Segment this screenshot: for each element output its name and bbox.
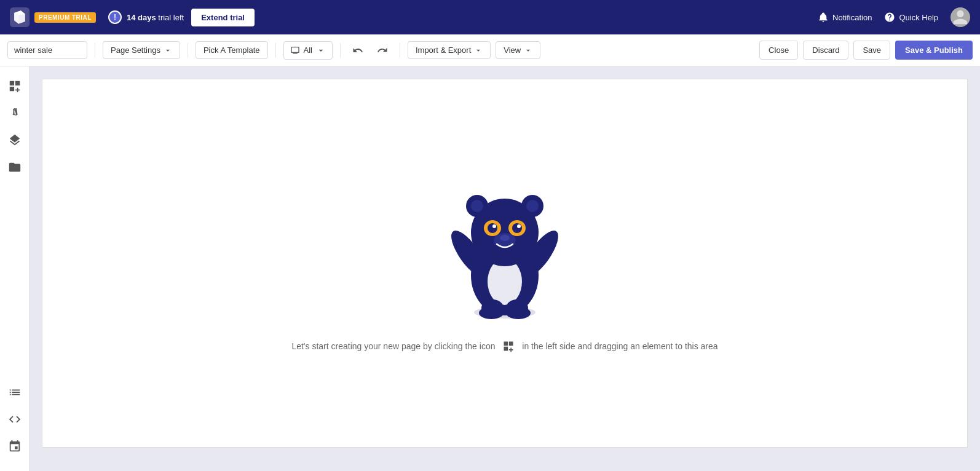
- save-button[interactable]: Save: [853, 41, 890, 60]
- layers-icon: [8, 133, 22, 147]
- sidebar-item-layers[interactable]: [2, 128, 27, 152]
- close-button[interactable]: Close: [759, 41, 798, 60]
- import-export-button[interactable]: Import & Export: [408, 41, 491, 59]
- grid-plus-icon: [8, 79, 22, 93]
- undo-icon: [352, 45, 363, 56]
- hint-add-icon: [502, 340, 515, 352]
- left-sidebar: [0, 66, 30, 471]
- trial-info-icon: !: [108, 10, 122, 24]
- save-publish-button[interactable]: Save & Publish: [895, 41, 973, 60]
- trial-info: ! 14 days trial left: [108, 10, 184, 24]
- sidebar-item-shopify[interactable]: [2, 101, 27, 125]
- undo-button[interactable]: [348, 41, 368, 60]
- chevron-down-icon: [164, 46, 172, 55]
- chevron-down-icon-view: [524, 46, 532, 55]
- svg-point-15: [512, 223, 522, 233]
- page-canvas[interactable]: Let's start creating your new page by cl…: [42, 79, 968, 448]
- svg-point-19: [500, 235, 510, 241]
- premium-badge: PREMIUM TRIAL: [34, 12, 96, 23]
- separator-4: [340, 43, 341, 58]
- svg-point-16: [492, 224, 496, 228]
- canvas-empty-state: Let's start creating your new page by cl…: [267, 149, 742, 377]
- page-settings-button[interactable]: Page Settings: [103, 41, 180, 59]
- sidebar-item-navigator[interactable]: [2, 380, 27, 405]
- chevron-down-icon-import: [474, 46, 483, 55]
- extend-trial-button[interactable]: Extend trial: [191, 9, 255, 26]
- sidebar-item-add-elements[interactable]: [2, 74, 27, 98]
- svg-point-25: [506, 307, 531, 319]
- view-button[interactable]: View: [496, 41, 540, 59]
- bell-icon: [818, 12, 829, 23]
- sidebar-item-code[interactable]: [2, 407, 27, 432]
- sitemap-icon: [8, 440, 22, 453]
- logo-area: PREMIUM TRIAL: [10, 7, 96, 27]
- device-selector[interactable]: All: [283, 41, 333, 60]
- bear-svg: [443, 174, 566, 322]
- pagefly-logo-icon: [10, 7, 30, 27]
- page-name-input[interactable]: [7, 41, 87, 59]
- bear-mascot: [443, 174, 566, 328]
- code-icon: [8, 413, 22, 426]
- discard-button[interactable]: Discard: [803, 41, 848, 60]
- svg-point-11: [526, 200, 539, 212]
- sidebar-item-sitemap[interactable]: [2, 434, 27, 459]
- shopify-icon: [8, 106, 22, 120]
- nav-right: Notification Quick Help: [818, 7, 970, 27]
- main-area: Let's start creating your new page by cl…: [0, 66, 980, 471]
- svg-point-14: [488, 223, 497, 233]
- separator-3: [275, 43, 276, 58]
- separator-1: [95, 43, 95, 58]
- separator-2: [188, 43, 188, 58]
- separator-5: [400, 43, 400, 58]
- help-icon: [884, 12, 895, 23]
- avatar-icon: [952, 9, 969, 26]
- sidebar-bottom: [2, 380, 27, 464]
- toolbar: Page Settings Pick A Template All Import…: [0, 34, 980, 66]
- quick-help-button[interactable]: Quick Help: [884, 12, 938, 23]
- notification-button[interactable]: Notification: [818, 12, 872, 23]
- chevron-down-icon-device: [316, 46, 326, 55]
- canvas-hint-text: Let's start creating your new page by cl…: [291, 340, 717, 352]
- user-avatar[interactable]: [950, 7, 970, 27]
- canvas-wrapper: Let's start creating your new page by cl…: [30, 66, 980, 471]
- redo-button[interactable]: [373, 41, 392, 60]
- redo-icon: [377, 45, 388, 56]
- pick-template-button[interactable]: Pick A Template: [196, 41, 268, 59]
- top-navigation: PREMIUM TRIAL ! 14 days trial left Exten…: [0, 0, 980, 34]
- svg-point-24: [479, 307, 504, 319]
- list-icon: [8, 386, 22, 399]
- svg-point-17: [517, 224, 521, 228]
- folder-icon: [8, 160, 22, 174]
- sidebar-item-pages[interactable]: [2, 155, 27, 180]
- svg-point-10: [471, 200, 483, 212]
- monitor-icon: [290, 46, 300, 55]
- trial-days: 14 days trial left: [127, 13, 184, 22]
